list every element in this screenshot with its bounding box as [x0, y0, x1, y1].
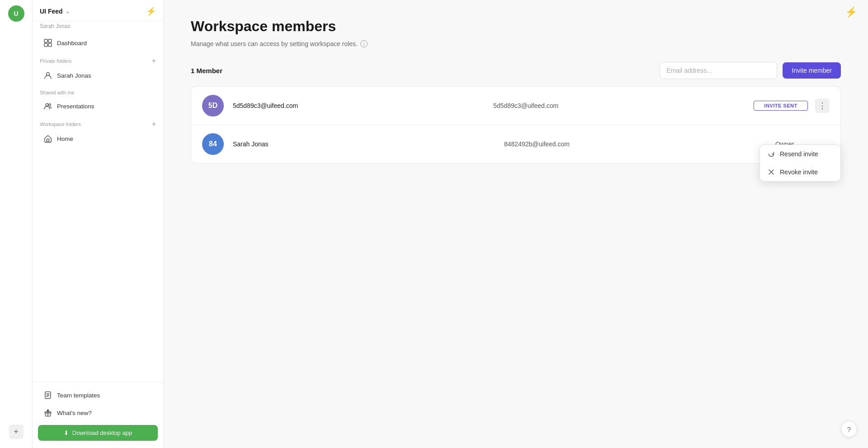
- svg-point-6: [49, 104, 51, 106]
- sidebar-item-label: Sarah Jonas: [57, 72, 91, 79]
- member-name: Sarah Jonas: [233, 140, 504, 148]
- add-workspace-folder-button[interactable]: +: [152, 121, 156, 128]
- sidebar-item-team-templates[interactable]: Team templates: [36, 387, 160, 404]
- user-avatar[interactable]: U: [8, 5, 24, 22]
- sidebar-item-home[interactable]: Home: [36, 130, 160, 147]
- sidebar-item-whats-new[interactable]: What's new?: [36, 404, 160, 421]
- shared-with-me-section: Shared with me: [33, 84, 163, 97]
- avatar-initials: U: [14, 10, 18, 17]
- sidebar-item-label: Home: [57, 135, 73, 142]
- sidebar-subtitle: Sarah Jonas: [33, 21, 163, 30]
- member-count: 1 Member: [191, 67, 222, 75]
- grid-icon: [43, 38, 52, 47]
- page-title: Workspace members: [191, 18, 841, 35]
- avatar-initials: 84: [209, 140, 217, 148]
- workspace-title: UI Feed: [40, 8, 63, 15]
- member-email: 8482492b@uifeed.com: [504, 140, 775, 148]
- people-icon: [43, 102, 52, 111]
- subtitle-text: Manage what users can access by setting …: [191, 40, 358, 47]
- toolbar: 1 Member Invite member: [191, 62, 841, 79]
- svg-point-5: [46, 103, 48, 106]
- sidebar-item-label: Presentations: [57, 103, 94, 110]
- flash-icon-area: ⚡: [845, 6, 857, 18]
- svg-rect-0: [44, 39, 47, 42]
- invite-member-button[interactable]: Invite member: [783, 62, 841, 79]
- file-icon: [43, 391, 52, 400]
- avatar-initials: 5D: [208, 102, 217, 110]
- flash-icon: ⚡: [146, 6, 156, 16]
- invite-sent-badge: INVITE SENT: [754, 101, 808, 111]
- help-button[interactable]: ?: [841, 421, 857, 437]
- member-email: 5d5d89c3@uifeed.com: [493, 102, 754, 109]
- private-folders-section: Private folders +: [33, 52, 163, 66]
- workspace-folders-label: Workspace folders: [40, 121, 81, 127]
- svg-rect-3: [48, 43, 52, 47]
- resend-invite-item[interactable]: Resend invite: [760, 145, 840, 163]
- members-table: 5D 5d5d89c3@uifeed.com 5d5d89c3@uifeed.c…: [191, 86, 841, 163]
- resend-invite-label: Resend invite: [780, 150, 818, 158]
- toolbar-right: Invite member: [660, 62, 841, 79]
- help-icon: ?: [847, 425, 851, 433]
- flash-icon[interactable]: ⚡: [845, 6, 857, 18]
- help-icon-area: ?: [841, 421, 857, 437]
- page-subtitle: Manage what users can access by setting …: [191, 40, 841, 47]
- sidebar-item-presentations[interactable]: Presentations: [36, 98, 160, 115]
- private-folders-label: Private folders: [40, 58, 71, 64]
- table-row: 84 Sarah Jonas 8482492b@uifeed.com Owner: [191, 125, 840, 163]
- revoke-invite-item[interactable]: Revoke invite: [760, 163, 840, 181]
- sidebar-item-sarah-jonas[interactable]: Sarah Jonas: [36, 67, 160, 84]
- sidebar-item-dashboard[interactable]: Dashboard: [36, 34, 160, 51]
- member-avatar: 84: [202, 133, 224, 155]
- svg-rect-2: [44, 43, 47, 47]
- revoke-invite-label: Revoke invite: [780, 168, 818, 176]
- sidebar-item-label: Team templates: [57, 392, 100, 399]
- download-icon: ⬇: [64, 429, 69, 436]
- workspace-folders-section: Workspace folders +: [33, 115, 163, 130]
- download-btn-label: Download desktop app: [72, 429, 132, 436]
- close-icon: [767, 168, 775, 176]
- house-icon: [43, 134, 52, 143]
- table-row: 5D 5d5d89c3@uifeed.com 5d5d89c3@uifeed.c…: [191, 87, 840, 125]
- svg-rect-7: [47, 139, 49, 142]
- add-private-folder-button[interactable]: +: [152, 57, 156, 65]
- add-workspace-button[interactable]: +: [9, 425, 24, 439]
- sidebar-content: Dashboard Private folders + Sarah Jonas …: [33, 30, 163, 382]
- shared-with-me-label: Shared with me: [40, 90, 74, 95]
- icon-bar: U +: [0, 0, 33, 448]
- more-icon: ⋮: [818, 101, 826, 111]
- sidebar-header[interactable]: UI Feed ⌄ ⚡: [33, 0, 163, 21]
- sidebar-item-label: Dashboard: [57, 40, 87, 47]
- plus-icon: +: [14, 427, 19, 437]
- member-name: 5d5d89c3@uifeed.com: [233, 102, 493, 109]
- sidebar: UI Feed ⌄ ⚡ Sarah Jonas Dashboard Privat…: [33, 0, 164, 448]
- dropdown-menu: Resend invite Revoke invite: [760, 145, 841, 182]
- person-icon: [43, 71, 52, 80]
- sidebar-bottom: Team templates What's new? ⬇ Download de…: [33, 382, 163, 448]
- gift-icon: [43, 408, 52, 417]
- resend-icon: [767, 150, 775, 158]
- more-options-button[interactable]: ⋮: [815, 98, 830, 113]
- sidebar-item-label: What's new?: [57, 410, 92, 416]
- download-desktop-app-button[interactable]: ⬇ Download desktop app: [38, 425, 158, 441]
- chevron-down-icon: ⌄: [66, 8, 70, 14]
- info-icon[interactable]: i: [360, 40, 368, 47]
- main-content: Workspace members Manage what users can …: [164, 0, 868, 448]
- email-input[interactable]: [660, 62, 777, 79]
- svg-rect-1: [48, 39, 52, 42]
- member-avatar: 5D: [202, 95, 224, 117]
